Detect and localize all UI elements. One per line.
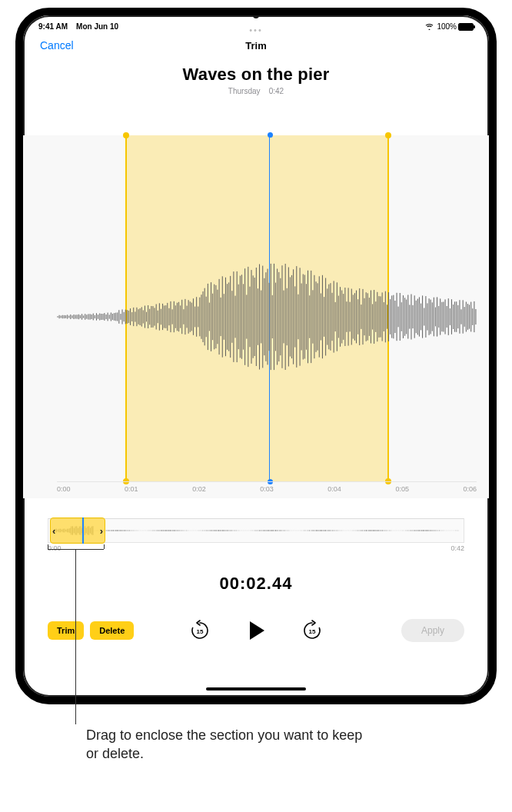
callout-caption: Drag to enclose the section you want to … xyxy=(86,726,363,764)
play-icon xyxy=(243,617,269,644)
overview-handle-right-icon[interactable]: › xyxy=(100,525,103,537)
time-ruler: 0:00 0:01 0:02 0:03 0:04 0:05 0:06 xyxy=(57,481,477,498)
nav-title: Trim xyxy=(245,40,266,52)
skip-forward-button[interactable]: 15 xyxy=(295,614,329,647)
waveform-editor[interactable]: 0:00 0:01 0:02 0:03 0:04 0:05 0:06 xyxy=(23,135,489,498)
callout-tick-right xyxy=(104,544,105,549)
navbar: Cancel Trim xyxy=(23,32,489,58)
overview-playhead[interactable] xyxy=(82,517,84,544)
apply-button[interactable]: Apply xyxy=(401,619,464,642)
trim-handle-end-top[interactable] xyxy=(385,132,391,138)
battery-icon xyxy=(458,23,474,31)
camera-notch xyxy=(253,12,259,18)
cancel-button[interactable]: Cancel xyxy=(40,39,74,52)
recording-duration: 0:42 xyxy=(269,87,284,95)
delete-button[interactable]: Delete xyxy=(90,621,134,640)
play-button[interactable] xyxy=(235,610,277,651)
overview-window[interactable]: ‹ › xyxy=(50,517,105,544)
svg-text:15: 15 xyxy=(197,628,204,635)
ruler-tick: 0:01 xyxy=(125,485,138,493)
recording-day: Thursday xyxy=(228,87,261,95)
current-time: 00:02.44 xyxy=(23,574,489,594)
ruler-tick: 0:04 xyxy=(327,485,341,493)
callout-leader xyxy=(75,549,76,724)
skip-back-button[interactable]: 15 xyxy=(183,614,217,647)
skip-back-15-icon: 15 xyxy=(189,620,211,641)
home-indicator[interactable] xyxy=(206,687,306,691)
overview-start: 0:00 xyxy=(48,544,62,555)
controls-row: Trim Delete 15 15 xyxy=(48,614,464,647)
recording-title: Waves on the pier xyxy=(23,65,489,85)
ruler-tick: 0:05 xyxy=(395,485,409,493)
ruler-tick: 0:06 xyxy=(463,485,477,493)
waveform-large xyxy=(57,255,477,378)
trim-handle-start-top[interactable] xyxy=(123,132,129,138)
overview-handle-left-icon[interactable]: ‹ xyxy=(52,525,55,537)
skip-forward-15-icon: 15 xyxy=(301,620,323,641)
battery-percent: 100% xyxy=(437,22,457,31)
waveform-mini xyxy=(53,522,459,539)
trim-button[interactable]: Trim xyxy=(48,621,84,640)
recording-subtitle: Thursday 0:42 xyxy=(23,87,489,95)
recording-header: Waves on the pier Thursday 0:42 xyxy=(23,65,489,95)
ruler-tick: 0:02 xyxy=(192,485,206,493)
ruler-tick: 0:00 xyxy=(57,485,71,493)
status-time: 9:41 AM xyxy=(38,22,68,31)
wifi-icon xyxy=(425,23,434,30)
transport-controls: 15 15 xyxy=(183,610,329,651)
overview-ruler: 0:00 0:42 xyxy=(48,544,464,555)
ruler-tick: 0:03 xyxy=(260,485,274,493)
ipad-frame: 9:41 AM Mon Jun 10 ••• 100% Cancel Trim … xyxy=(15,8,497,704)
callout-tick-left xyxy=(48,544,48,549)
overview-end: 0:42 xyxy=(450,544,464,555)
status-date: Mon Jun 10 xyxy=(76,22,118,31)
svg-text:15: 15 xyxy=(309,628,316,635)
waveform-overview[interactable]: ‹ › xyxy=(48,518,464,543)
